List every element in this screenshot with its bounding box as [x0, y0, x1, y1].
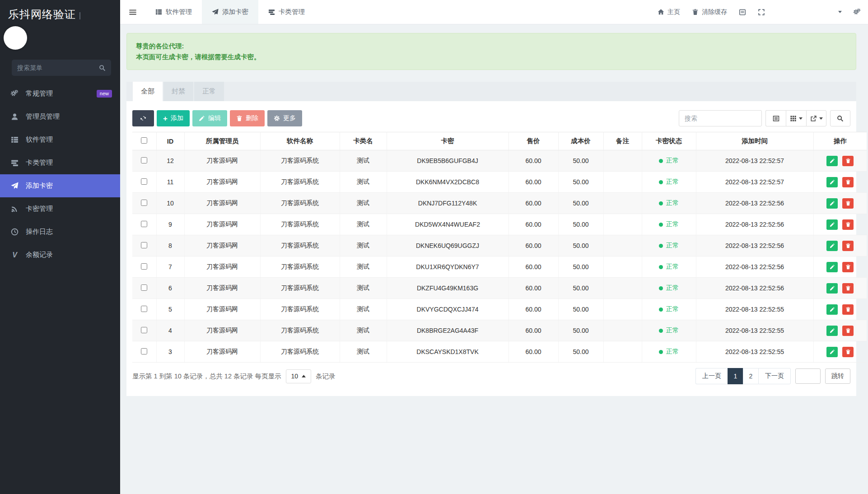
row-checkbox[interactable] — [141, 200, 147, 206]
column-header-id: ID — [156, 132, 184, 150]
row-edit-button[interactable] — [826, 177, 838, 187]
page-size-dropdown[interactable]: 10 — [286, 369, 312, 383]
row-checkbox[interactable] — [141, 284, 147, 291]
more-button[interactable]: 更多 — [267, 110, 302, 126]
row-delete-button[interactable] — [842, 177, 854, 187]
nav-tab-add-card-key[interactable]: 添加卡密 — [202, 0, 258, 24]
filter-tab-all[interactable]: 全部 — [133, 82, 163, 101]
fullscreen-button[interactable] — [758, 9, 765, 16]
row-checkbox[interactable] — [141, 327, 147, 333]
table-search-input[interactable] — [679, 110, 762, 126]
row-select-cell — [132, 172, 156, 193]
user-menu-caret[interactable] — [838, 11, 842, 13]
sidebar-search — [12, 60, 111, 76]
cell-status: 正常 — [642, 193, 696, 214]
row-checkbox[interactable] — [141, 157, 147, 163]
row-checkbox[interactable] — [141, 348, 147, 354]
prev-page-button[interactable]: 上一页 — [695, 368, 728, 384]
home-link[interactable]: 主页 — [658, 8, 680, 16]
header-select-all — [132, 132, 156, 150]
row-edit-button[interactable] — [826, 156, 838, 166]
next-page-button[interactable]: 下一页 — [758, 368, 791, 384]
nav-tab-software[interactable]: 软件管理 — [145, 0, 202, 24]
select-all-checkbox[interactable] — [141, 137, 147, 144]
row-delete-button[interactable] — [842, 241, 854, 251]
cell-card-type: 测试 — [340, 172, 387, 193]
row-edit-button[interactable] — [826, 219, 838, 230]
row-delete-button[interactable] — [842, 262, 854, 272]
row-edit-button[interactable] — [826, 326, 838, 336]
sidebar-item-software[interactable]: 软件管理 — [0, 128, 120, 151]
row-checkbox[interactable] — [141, 263, 147, 270]
filter-tab-banned[interactable]: 封禁 — [163, 82, 193, 101]
table-body: 12 刀客源码网 刀客源码系统 测试 DK9EB5B6GUFGB4J 60.00… — [132, 150, 867, 363]
paper-plane-icon — [212, 9, 219, 15]
row-delete-button[interactable] — [842, 326, 854, 336]
sidebar-item-card-type[interactable]: 卡类管理 — [0, 151, 120, 174]
search-icon[interactable] — [99, 65, 106, 71]
cell-card-type: 测试 — [340, 150, 387, 172]
row-edit-button[interactable] — [826, 198, 838, 209]
cell-card-key: DKVYGCDQXCJJ474 — [387, 299, 509, 320]
clear-cache-link[interactable]: 清除缓存 — [692, 8, 727, 16]
sidebar-item-operation-log[interactable]: 操作日志 — [0, 220, 120, 243]
pencil-icon — [830, 222, 835, 227]
delete-button[interactable]: 删除 — [230, 110, 265, 126]
trash-icon — [845, 158, 851, 163]
agent-notice-alert: 尊贵的各位代理: 本页面可生成卡密，请根据需要生成卡密。 — [126, 33, 856, 70]
row-delete-button[interactable] — [842, 283, 854, 294]
row-delete-button[interactable] — [842, 347, 854, 357]
cell-card-type: 测试 — [340, 256, 387, 278]
page-button-2[interactable]: 2 — [743, 368, 758, 384]
export-button[interactable] — [806, 110, 826, 126]
detail-view-button[interactable] — [765, 110, 786, 126]
sidebar-item-balance-log[interactable]: V 余额记录 — [0, 243, 120, 266]
columns-button[interactable] — [786, 110, 806, 126]
row-delete-button[interactable] — [842, 156, 854, 166]
nav-tab-card-type[interactable]: 卡类管理 — [258, 0, 315, 24]
filter-tab-normal[interactable]: 正常 — [194, 82, 224, 101]
sidebar-search-input[interactable] — [17, 64, 99, 71]
alert-line2: 本页面可生成卡密，请根据需要生成卡密。 — [136, 51, 847, 62]
software-list-icon — [155, 9, 162, 15]
caret-down-icon — [799, 117, 803, 120]
sidebar-toggle-button[interactable] — [120, 0, 145, 24]
row-edit-button[interactable] — [826, 347, 838, 357]
settings-button[interactable] — [854, 9, 861, 16]
sidebar-item-add-card-key[interactable]: 添加卡密 — [0, 174, 120, 197]
row-checkbox[interactable] — [141, 221, 147, 227]
page-button-1[interactable]: 1 — [728, 368, 743, 384]
row-delete-button[interactable] — [842, 219, 854, 230]
refresh-button[interactable] — [132, 110, 154, 126]
language-button[interactable] — [739, 9, 746, 16]
row-edit-button[interactable] — [826, 262, 838, 272]
row-checkbox[interactable] — [141, 306, 147, 312]
jump-page-input[interactable] — [795, 368, 821, 384]
cell-software: 刀客源码系统 — [260, 278, 340, 299]
sidebar-item-card-key-manage[interactable]: 卡密管理 — [0, 197, 120, 220]
cell-price: 60.00 — [509, 214, 558, 235]
row-checkbox[interactable] — [141, 242, 147, 248]
cell-remark — [603, 150, 642, 172]
trash-icon — [845, 200, 851, 206]
sidebar-item-admins[interactable]: 管理员管理 — [0, 105, 120, 128]
status-badge: 正常 — [666, 263, 679, 270]
add-button[interactable]: + 添加 — [157, 110, 190, 126]
row-checkbox[interactable] — [141, 178, 147, 185]
cell-remark — [603, 320, 642, 341]
search-toggle-button[interactable] — [830, 110, 850, 126]
cell-card-key: DKK6NM4VX2DCBC8 — [387, 172, 509, 193]
pencil-icon — [199, 115, 205, 121]
jump-button[interactable]: 跳转 — [825, 368, 850, 384]
row-edit-button[interactable] — [826, 283, 838, 294]
sidebar-item-general[interactable]: 常规管理 new — [0, 82, 120, 105]
records-summary: 显示第 1 到第 10 条记录，总共 12 条记录 每页显示 10 条记录 — [132, 369, 336, 383]
cell-actions — [813, 235, 867, 256]
cell-remark — [603, 214, 642, 235]
row-edit-button[interactable] — [826, 241, 838, 251]
row-edit-button[interactable] — [826, 304, 838, 315]
row-delete-button[interactable] — [842, 304, 854, 315]
edit-button[interactable]: 编辑 — [192, 110, 227, 126]
avatar[interactable] — [4, 26, 27, 50]
row-delete-button[interactable] — [842, 198, 854, 209]
